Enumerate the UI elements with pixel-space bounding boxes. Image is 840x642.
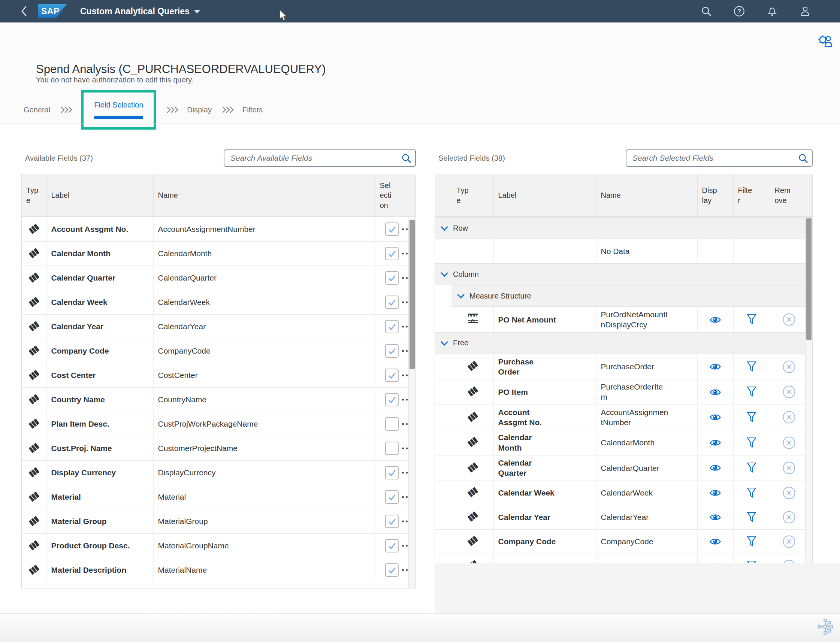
table-row[interactable]: Cust.Proj. Name CustomerProjectName	[22, 436, 415, 461]
bell-icon[interactable]	[767, 6, 778, 17]
display-toggle-button[interactable]	[709, 387, 722, 397]
collapse-chevron-icon[interactable]	[441, 269, 448, 277]
drag-handle-icon[interactable]	[402, 545, 408, 547]
drag-handle-icon[interactable]	[402, 374, 408, 376]
table-row[interactable]: Display Currency DisplayCurrency	[22, 461, 415, 485]
person-icon[interactable]	[799, 6, 811, 17]
display-toggle-button[interactable]	[709, 315, 722, 325]
selection-checkbox[interactable]	[385, 539, 399, 553]
drag-handle-icon[interactable]	[402, 229, 408, 230]
table-row[interactable]: Calendar Month CalendarMonth	[22, 242, 415, 266]
scrollbar-thumb[interactable]	[806, 218, 811, 340]
table-row[interactable]: Company Code CompanyCode	[22, 339, 415, 363]
table-row[interactable]: Material Material	[22, 485, 415, 509]
filter-button[interactable]	[746, 511, 757, 524]
search-icon[interactable]	[701, 6, 712, 17]
table-row[interactable]: Calendar Week CalendarWeek	[435, 481, 812, 505]
tab-display[interactable]: Display	[187, 105, 212, 114]
remove-button[interactable]	[782, 460, 796, 475]
drag-handle-icon[interactable]	[402, 569, 408, 571]
table-row[interactable]: Calendar Quarter CalendarQuarter	[435, 455, 812, 481]
drag-handle-icon[interactable]	[402, 350, 408, 352]
back-icon[interactable]	[19, 5, 29, 18]
app-title-menu[interactable]: Custom Analytical Queries	[80, 6, 200, 16]
selection-checkbox[interactable]	[385, 393, 399, 406]
filter-button[interactable]	[746, 535, 757, 548]
drag-handle-icon[interactable]	[402, 447, 408, 449]
table-row[interactable]: Material Group MaterialGroup	[22, 509, 415, 534]
table-row[interactable]: Plan Item Desc. CustProjWorkPackageName	[22, 412, 415, 436]
display-toggle-button[interactable]	[709, 537, 722, 546]
remove-button[interactable]	[782, 359, 796, 374]
selection-checkbox[interactable]	[385, 222, 399, 236]
related-apps-icon[interactable]	[817, 618, 834, 637]
selection-checkbox[interactable]	[385, 295, 399, 309]
tab-field-selection[interactable]: Field Selection	[94, 101, 143, 109]
table-row[interactable]: Calendar Year CalendarYear	[435, 505, 812, 529]
selection-checkbox[interactable]	[385, 320, 399, 333]
filter-button[interactable]	[746, 462, 757, 474]
selection-checkbox[interactable]	[385, 368, 399, 382]
selection-checkbox[interactable]	[385, 563, 399, 577]
drag-handle-icon[interactable]	[402, 302, 408, 303]
remove-button[interactable]	[782, 510, 796, 525]
remove-button[interactable]	[782, 534, 796, 549]
selection-checkbox[interactable]	[385, 247, 399, 260]
filter-button[interactable]	[746, 313, 757, 326]
drag-handle-icon[interactable]	[402, 520, 408, 522]
display-toggle-button[interactable]	[709, 463, 722, 473]
tab-general[interactable]: General	[24, 105, 50, 114]
display-toggle-button[interactable]	[709, 438, 722, 447]
table-row[interactable]: Cost Center CostCenter	[22, 363, 415, 387]
table-row[interactable]: Product Group Desc. MaterialGroupName	[22, 534, 415, 558]
table-row[interactable]: Account Assgmt No. AccountAssignmentNumb…	[22, 217, 415, 242]
selection-checkbox[interactable]	[385, 271, 399, 285]
search-icon[interactable]	[798, 153, 808, 163]
table-row[interactable]: PO Item PurchaseOrderItem	[435, 379, 812, 405]
table-row[interactable]: Country Name CountryName	[22, 387, 415, 412]
remove-button[interactable]	[782, 312, 796, 327]
display-toggle-button[interactable]	[709, 412, 722, 422]
remove-button[interactable]	[782, 384, 796, 399]
collapse-chevron-icon[interactable]	[441, 223, 448, 231]
settings-user-icon[interactable]	[817, 32, 835, 51]
drag-handle-icon[interactable]	[402, 496, 408, 498]
table-row[interactable]: Material Description MaterialName	[22, 558, 415, 582]
filter-button[interactable]	[746, 411, 757, 424]
table-row[interactable]: Purchase Order PurchaseOrder	[435, 354, 812, 379]
selection-checkbox[interactable]	[385, 466, 399, 480]
selection-checkbox[interactable]	[385, 442, 399, 455]
selection-checkbox[interactable]	[385, 417, 399, 431]
table-row[interactable]: PO Net Amount PurOrdNetAmountInDisplayCr…	[435, 307, 812, 332]
drag-handle-icon[interactable]	[402, 277, 408, 279]
filter-button[interactable]	[746, 436, 757, 449]
drag-handle-icon[interactable]	[402, 423, 408, 425]
remove-button[interactable]	[782, 485, 796, 500]
filter-button[interactable]	[746, 360, 757, 373]
table-row[interactable]: Calendar Quarter CalendarQuarter	[22, 266, 415, 290]
remove-button[interactable]	[782, 410, 796, 425]
drag-handle-icon[interactable]	[402, 472, 408, 474]
filter-button[interactable]	[746, 486, 757, 499]
collapse-chevron-icon[interactable]	[457, 291, 465, 298]
selection-checkbox[interactable]	[385, 490, 399, 504]
drag-handle-icon[interactable]	[402, 399, 408, 401]
selection-checkbox[interactable]	[385, 344, 399, 358]
tab-filters[interactable]: Filters	[242, 105, 263, 114]
table-row[interactable]: Company Code CompanyCode	[435, 529, 812, 554]
drag-handle-icon[interactable]	[402, 253, 408, 255]
selected-search-input[interactable]	[632, 153, 795, 163]
drag-handle-icon[interactable]	[402, 326, 408, 328]
search-icon[interactable]	[401, 153, 411, 163]
table-row[interactable]: Calendar Year CalendarYear	[22, 315, 415, 339]
table-row[interactable]: No Data	[435, 239, 812, 264]
display-toggle-button[interactable]	[709, 512, 722, 522]
display-toggle-button[interactable]	[709, 488, 722, 498]
filter-button[interactable]	[746, 386, 757, 398]
table-row[interactable]: Calendar Week CalendarWeek	[22, 290, 415, 315]
collapse-chevron-icon[interactable]	[441, 338, 448, 346]
selection-checkbox[interactable]	[385, 515, 399, 528]
display-toggle-button[interactable]	[709, 362, 722, 371]
table-row[interactable]: Account Assgmt No. AccountAssignmentNumb…	[435, 405, 812, 430]
table-row[interactable]: Calendar Month CalendarMonth	[435, 430, 812, 456]
